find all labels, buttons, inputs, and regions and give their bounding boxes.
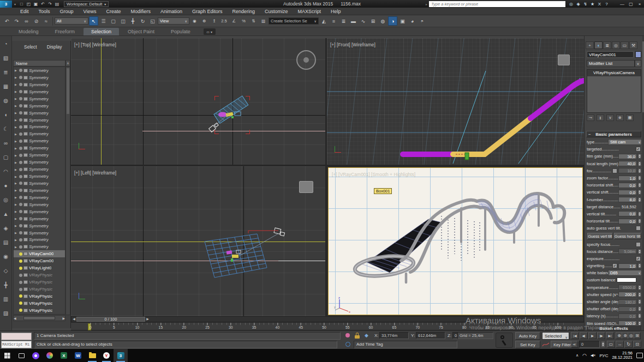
param-value-field[interactable]: 0,0	[618, 211, 637, 216]
visibility-bulb-icon[interactable]	[19, 281, 22, 284]
expand-arrow-icon[interactable]	[15, 161, 18, 164]
visibility-bulb-icon[interactable]	[19, 90, 22, 93]
select-and-rotate-icon[interactable]: ↻	[138, 16, 147, 26]
unlink-selection-icon[interactable]: ⊘	[32, 16, 41, 26]
y-coord-field[interactable]: 612,646m	[416, 332, 445, 339]
param-checkbox[interactable]: ✓	[636, 256, 641, 261]
spinner-control[interactable]	[637, 285, 642, 291]
list-item[interactable]: VRayPhysic	[14, 286, 65, 293]
add-time-tag-field[interactable]: Add Time Tag	[354, 341, 457, 348]
taskbar-explorer[interactable]	[85, 349, 99, 362]
list-item[interactable]: VRayPhysic	[14, 279, 65, 286]
menu-item[interactable]: Views	[79, 9, 102, 14]
redo-icon[interactable]: ↷	[46, 1, 53, 7]
expand-arrow-icon[interactable]	[15, 147, 18, 150]
expand-arrow-icon[interactable]	[15, 97, 18, 100]
minimize-button[interactable]: —	[618, 1, 627, 7]
button-icon[interactable]: ▢	[1, 153, 10, 162]
visibility-bulb-icon[interactable]	[19, 252, 22, 256]
spinner-control[interactable]	[637, 211, 642, 217]
expand-arrow-icon[interactable]	[15, 238, 18, 242]
visibility-bulb-icon[interactable]	[19, 168, 22, 171]
redo-icon[interactable]: ↷	[12, 16, 21, 26]
param-dropdown[interactable]: Still cam	[608, 139, 642, 145]
expand-arrow-icon[interactable]	[15, 189, 18, 192]
visibility-bulb-icon[interactable]	[19, 104, 22, 107]
spinner-control[interactable]	[637, 189, 642, 195]
maxscript-mini-listener[interactable]: MAXScript Mi	[1, 341, 32, 348]
expand-arrow-icon[interactable]	[15, 224, 18, 227]
spinner-control[interactable]	[637, 299, 642, 305]
named-selection-dropdown[interactable]: Create Selection Se ∨	[269, 17, 319, 25]
visibility-bulb-icon[interactable]	[19, 132, 22, 136]
visibility-bulb-icon[interactable]	[19, 189, 22, 192]
horizontal-scrollbar[interactable]: ◀ ▶	[13, 315, 65, 321]
viewport-camera[interactable]: [+] [VRayCam001] [Smooth + Highlights] B…	[327, 166, 584, 316]
tab-create[interactable]: +	[586, 41, 594, 49]
list-item[interactable]: Symmetry	[14, 208, 65, 215]
select-by-name-icon[interactable]: ☰	[99, 16, 108, 26]
expand-arrow-icon[interactable]	[15, 154, 18, 157]
param-value-field[interactable]: 6500,0	[618, 285, 637, 290]
viewport-front-label[interactable]: [+] [Front] [Wireframe]	[330, 42, 375, 47]
list-item[interactable]: Symmetry	[14, 166, 65, 173]
selection-filter-dropdown[interactable]: All ∨	[55, 17, 88, 25]
camera-helper-icon[interactable]	[558, 55, 570, 65]
menu-item[interactable]: Animation	[156, 9, 187, 14]
list-item[interactable]: Symmetry	[14, 124, 65, 131]
menu-item[interactable]: Tools	[34, 9, 55, 14]
visibility-bulb-icon[interactable]	[19, 210, 22, 213]
snaps-toggle-icon[interactable]: 2.5	[219, 16, 229, 26]
modifier-stack[interactable]: VRayPhysicalCamera	[587, 69, 641, 113]
layer-manager-icon[interactable]: ≣	[339, 16, 348, 26]
search-input[interactable]: Type a keyword or phrase	[429, 1, 565, 7]
param-value-field[interactable]: 36,0	[618, 154, 637, 159]
light-icon[interactable]: ◍	[1, 96, 10, 105]
visibility-bulb-icon[interactable]	[19, 203, 22, 206]
go-to-end-button[interactable]: ▶|	[606, 332, 614, 339]
spinner-control[interactable]	[637, 218, 642, 224]
scrollbar-thumb[interactable]	[23, 316, 55, 320]
lightning-icon[interactable]: ↯	[582, 1, 589, 7]
visibility-bulb-icon[interactable]	[19, 238, 22, 242]
tab-hierarchy[interactable]: ≣	[603, 41, 611, 49]
undo-icon[interactable]: ↶	[2, 16, 11, 26]
visibility-bulb-icon[interactable]	[19, 224, 22, 227]
light-helper-icon[interactable]	[296, 50, 316, 70]
zoom-extents-all-icon[interactable]: ⊞	[634, 332, 641, 339]
scroll-up-icon[interactable]: ∧	[65, 60, 70, 67]
expand-arrow-icon[interactable]	[15, 76, 18, 79]
start-button[interactable]	[0, 349, 14, 362]
expand-arrow-icon[interactable]	[15, 182, 18, 185]
menu-item[interactable]: Edit	[15, 9, 34, 14]
auto-key-button[interactable]: Auto Key	[515, 332, 540, 340]
visibility-bulb-icon[interactable]	[19, 175, 22, 178]
visibility-bulb-icon[interactable]	[19, 111, 22, 114]
spinner-control[interactable]	[637, 175, 642, 181]
pin-stack-icon[interactable]: ⊸	[587, 114, 594, 121]
param-checkbox[interactable]: ✓	[636, 147, 641, 152]
visibility-bulb-icon[interactable]	[19, 83, 22, 86]
material-editor-icon[interactable]: ◍	[378, 16, 387, 26]
list-item[interactable]: Symmetry	[14, 144, 65, 152]
expand-arrow-icon[interactable]	[15, 118, 18, 122]
list-item[interactable]: VRayPhysic	[14, 293, 65, 300]
diamond-icon[interactable]: ◈	[1, 224, 10, 233]
taskbar-paint[interactable]	[43, 349, 57, 362]
list-item[interactable]: Symmetry	[14, 230, 65, 237]
taskbar-alice[interactable]	[28, 349, 43, 362]
workspace-dropdown[interactable]: Workspace: Default ▾	[64, 1, 109, 7]
spinner-control[interactable]	[637, 182, 642, 188]
list-item[interactable]: Symmetry	[14, 222, 65, 230]
list-item[interactable]: Symmetry	[14, 88, 65, 95]
schematic-view-icon[interactable]: ⊞	[368, 16, 378, 26]
name-column-header[interactable]: Name	[13, 60, 65, 67]
list-item[interactable]: Symmetry	[14, 81, 65, 88]
list-item[interactable]: Symmetry	[14, 152, 65, 159]
current-frame-field[interactable]: 0	[579, 341, 600, 348]
search-toggle-icon[interactable]: ▸	[426, 2, 427, 6]
param-value-field[interactable]: 0,0	[618, 313, 637, 319]
list-item[interactable]: VRayCam00	[14, 250, 65, 257]
visibility-bulb-icon[interactable]	[19, 260, 22, 263]
use-pivot-point-icon[interactable]: ◉	[190, 16, 199, 26]
